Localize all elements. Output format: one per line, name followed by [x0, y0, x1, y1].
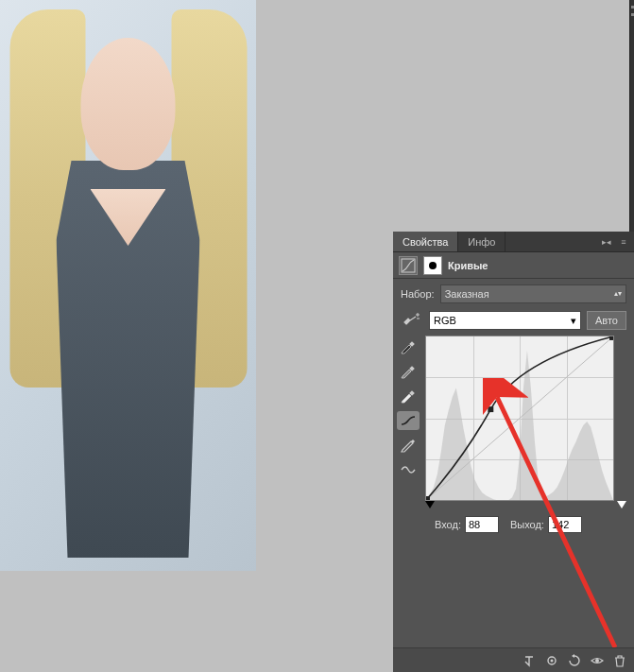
preset-value: Заказная: [445, 288, 489, 300]
properties-panel: Свойства Инфо ▸◂ ≡ Кривые Набор: Заказна…: [393, 232, 634, 672]
output-field[interactable]: 142: [548, 516, 582, 533]
smooth-curve-icon[interactable]: [397, 460, 420, 479]
panel-menu-icon[interactable]: ≡: [617, 235, 630, 249]
clip-to-layer-icon[interactable]: [519, 651, 540, 670]
svg-point-7: [595, 659, 599, 663]
white-point-slider[interactable]: [617, 501, 626, 508]
tab-properties[interactable]: Свойства: [393, 232, 458, 251]
eyedropper-black-icon[interactable]: [397, 337, 420, 356]
targeted-adjustment-icon[interactable]: [401, 311, 423, 330]
adjustment-header: Кривые: [393, 252, 634, 279]
curves-graph[interactable]: [425, 336, 614, 501]
baseline: [426, 336, 613, 500]
curves-tool-column: [397, 336, 421, 510]
input-label: Вход:: [435, 519, 461, 530]
output-label: Выход:: [510, 519, 544, 530]
svg-point-6: [551, 659, 554, 662]
view-previous-icon[interactable]: [541, 651, 562, 670]
auto-button[interactable]: Авто: [587, 311, 626, 330]
collapse-icon[interactable]: ▸◂: [600, 235, 613, 249]
curves-adjustment-icon[interactable]: [399, 256, 418, 275]
dropdown-icon: ▾: [571, 315, 576, 327]
panel-tabs: Свойства Инфо ▸◂ ≡: [393, 232, 634, 252]
tab-info[interactable]: Инфо: [458, 232, 505, 251]
preset-dropdown[interactable]: Заказная ▴▾: [440, 284, 626, 303]
curve-black-point[interactable]: [426, 496, 430, 500]
trash-icon[interactable]: [609, 651, 630, 670]
panel-footer: [393, 647, 634, 672]
eyedropper-white-icon[interactable]: [397, 387, 420, 405]
layer-mask-icon[interactable]: [423, 256, 442, 275]
panel-dock-right[interactable]: [629, 0, 634, 236]
visibility-icon[interactable]: [587, 651, 608, 670]
black-point-slider[interactable]: [425, 501, 435, 508]
input-field[interactable]: 88: [465, 516, 499, 533]
channel-value: RGB: [434, 315, 456, 326]
reset-icon[interactable]: [564, 651, 585, 670]
document-canvas[interactable]: [0, 0, 256, 571]
dropdown-arrows-icon: ▴▾: [614, 292, 622, 296]
curve-point-tool-icon[interactable]: [397, 411, 420, 430]
channel-dropdown[interactable]: RGB ▾: [429, 311, 581, 330]
preset-label: Набор:: [401, 288, 435, 300]
curve-white-point[interactable]: [609, 336, 613, 340]
image-content: [0, 0, 256, 571]
eyedropper-gray-icon[interactable]: [397, 362, 420, 381]
pencil-tool-icon[interactable]: [397, 436, 420, 455]
curve-control-point[interactable]: [488, 406, 493, 412]
adjustment-title: Кривые: [448, 260, 488, 271]
